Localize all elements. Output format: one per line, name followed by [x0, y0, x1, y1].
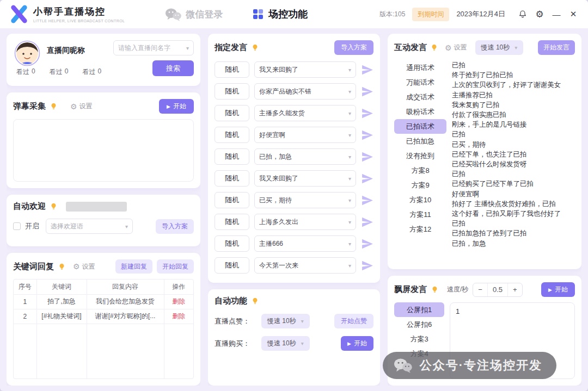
tab-plan-10[interactable]: 方案10	[394, 193, 446, 207]
speech-text-input[interactable]: ▾	[254, 235, 356, 252]
interactive-header: 互动发言 ⚙ 设置 慢速 10秒 ▾ 开始发言	[394, 40, 575, 55]
minimize-button[interactable]: —	[552, 10, 561, 19]
send-icon[interactable]	[361, 238, 373, 250]
stepper-plus-button[interactable]: +	[508, 283, 522, 296]
send-icon[interactable]	[361, 172, 373, 185]
start-reply-button[interactable]: 开始回复	[157, 259, 194, 274]
speech-text-input[interactable]: ▾	[254, 214, 356, 230]
speech-text-field[interactable]	[259, 218, 345, 226]
speech-text-field[interactable]	[259, 153, 345, 160]
random-mode-button[interactable]: 随机	[215, 170, 249, 187]
random-mode-button[interactable]: 随机	[215, 105, 249, 121]
room-stats: 看过 0 看过 0 看过 0	[16, 67, 101, 77]
notification-bell-icon[interactable]	[518, 10, 528, 18]
stat-viewed-1: 看过 0	[16, 67, 35, 77]
tab-plan-3[interactable]: 方案3	[394, 332, 444, 346]
gear-icon: ⚙	[70, 102, 77, 111]
wechat-login-button[interactable]: 微信登录	[165, 8, 223, 21]
send-icon[interactable]	[361, 129, 373, 141]
danmu-output-area[interactable]	[13, 119, 194, 182]
welcome-import-button[interactable]: 导入方案	[156, 219, 194, 234]
speech-text-field[interactable]	[259, 262, 345, 269]
tab-fans-scripts[interactable]: 吸粉话术	[394, 104, 446, 119]
delete-button[interactable]: 删除	[164, 294, 193, 309]
tab-plan-8[interactable]: 方案8	[394, 163, 446, 178]
room-name-input[interactable]: ▾	[113, 40, 194, 55]
speech-text-input[interactable]: ▾	[254, 192, 356, 208]
start-buy-button[interactable]: ▶ 开始	[341, 336, 373, 351]
start-like-button[interactable]: 开始点赞	[334, 314, 373, 328]
random-mode-button[interactable]: 随机	[215, 257, 249, 274]
tab-plan-11[interactable]: 方案11	[394, 207, 446, 222]
random-mode-button[interactable]: 随机	[215, 214, 249, 230]
send-icon[interactable]	[361, 259, 373, 272]
bulb-icon	[50, 102, 57, 110]
speech-text-field[interactable]	[259, 240, 345, 247]
welcome-enable-checkbox[interactable]	[13, 222, 21, 230]
tab-purchased-scripts[interactable]: 已拍话术	[394, 119, 446, 134]
tab-public-screen-1[interactable]: 公屏扣1	[394, 302, 444, 317]
tab-missed-out[interactable]: 没有抢到	[394, 148, 446, 163]
room-name-field[interactable]	[118, 44, 183, 52]
stepper-value[interactable]: 0.5	[487, 283, 508, 296]
tab-universal-scripts[interactable]: 万能话术	[394, 75, 446, 90]
send-icon[interactable]	[361, 194, 373, 207]
tab-public-screen-6[interactable]: 公屏扣6	[394, 317, 444, 332]
search-button[interactable]: 搜索	[152, 60, 194, 76]
script-message-list[interactable]: 已拍 终于抢到了已拍已拍 上次的宝贝收到了，好评了谢谢美女 主播推荐已拍 我来复…	[452, 60, 575, 263]
speech-text-field[interactable]	[259, 175, 345, 182]
tab-general-scripts[interactable]: 通用话术	[394, 60, 446, 75]
close-button[interactable]: ✕	[568, 9, 578, 19]
speech-text-input[interactable]: ▾	[254, 105, 356, 121]
random-mode-button[interactable]: 随机	[215, 235, 249, 252]
interactive-speed-select[interactable]: 慢速 10秒 ▾	[475, 40, 524, 55]
danmu-settings-button[interactable]: ⚙ 设置	[70, 102, 93, 111]
tab-plan-12[interactable]: 方案12	[394, 222, 446, 237]
speech-text-field[interactable]	[259, 196, 345, 204]
random-mode-button[interactable]: 随机	[215, 192, 249, 208]
speech-text-input[interactable]: ▾	[254, 83, 356, 100]
speech-text-field[interactable]	[259, 88, 345, 95]
send-icon[interactable]	[361, 216, 373, 228]
assigned-import-button[interactable]: 导入方案	[334, 40, 373, 55]
like-speed-select[interactable]: 慢速 10秒 ▾	[261, 314, 310, 328]
send-icon[interactable]	[361, 151, 373, 163]
welcome-controls: 开启 选择欢迎语 ▾ 导入方案	[13, 219, 194, 234]
nav-field-control[interactable]: 场控功能	[253, 8, 308, 21]
tab-purchased-urgent[interactable]: 已拍加急	[394, 134, 446, 148]
float-start-button[interactable]: ▶ 开始	[541, 282, 575, 297]
speech-text-field[interactable]	[259, 66, 345, 73]
buy-speed-select[interactable]: 慢速 10秒 ▾	[261, 336, 310, 351]
float-start-label: 开始	[555, 285, 568, 294]
interactive-settings-button[interactable]: ⚙ 设置	[445, 43, 467, 52]
speech-text-input[interactable]: ▾	[254, 61, 356, 78]
speech-text-input[interactable]: ▾	[254, 127, 356, 143]
stat-viewed-3: 看过 0	[82, 67, 101, 77]
settings-gear-icon[interactable]: ⚙	[535, 9, 544, 20]
start-speech-button[interactable]: 开始发言	[538, 40, 575, 55]
send-icon[interactable]	[361, 85, 373, 98]
random-mode-button[interactable]: 随机	[215, 83, 249, 100]
speech-text-input[interactable]: ▾	[254, 257, 356, 274]
speech-text-input[interactable]: ▾	[254, 170, 356, 187]
danmu-start-button[interactable]: ▶ 开始	[159, 99, 194, 114]
random-mode-button[interactable]: 随机	[215, 148, 249, 165]
chevron-down-icon: ▾	[348, 241, 351, 247]
delete-button[interactable]: 删除	[164, 309, 193, 324]
keyword-settings-button[interactable]: ⚙ 设置	[73, 262, 95, 271]
tab-deal-scripts[interactable]: 成交话术	[394, 90, 446, 104]
send-icon[interactable]	[361, 64, 373, 76]
interactive-title: 互动发言	[394, 42, 427, 53]
speech-text-field[interactable]	[259, 109, 345, 117]
new-reply-button[interactable]: 新建回复	[115, 259, 152, 274]
random-mode-button[interactable]: 随机	[215, 127, 249, 143]
speech-text-input[interactable]: ▾	[254, 148, 356, 165]
stepper-minus-button[interactable]: −	[473, 283, 487, 296]
send-icon[interactable]	[361, 107, 373, 120]
tab-plan-9[interactable]: 方案9	[394, 178, 446, 193]
danmu-settings-label: 设置	[79, 102, 93, 111]
random-mode-button[interactable]: 随机	[215, 61, 249, 78]
welcome-phrase-select[interactable]: 选择欢迎语 ▾	[46, 219, 133, 234]
speech-text-field[interactable]	[259, 131, 345, 139]
stat-value: 0	[65, 67, 69, 77]
